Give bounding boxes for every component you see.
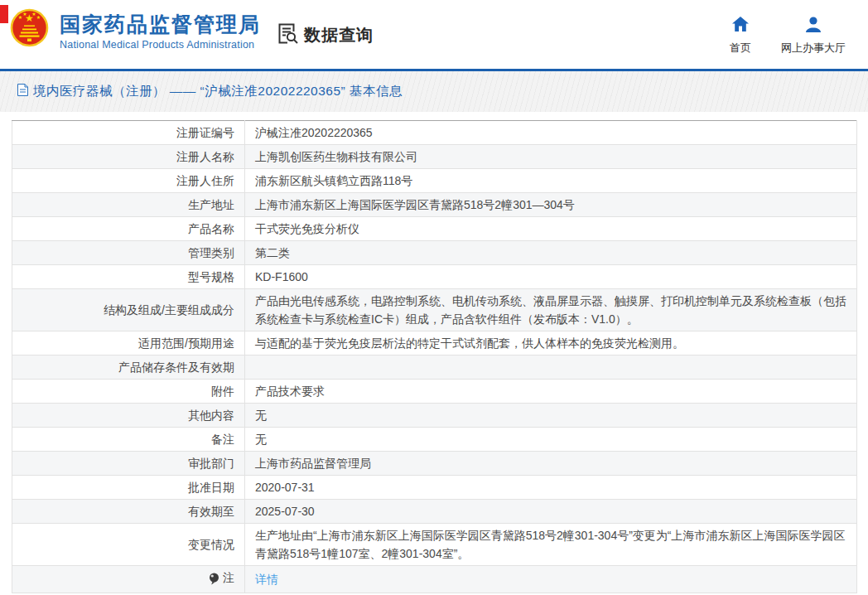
row-value: 与适配的基于荧光免疫层析法的特定干式试剂配套，供人体样本的免疫荧光检测用。 <box>245 331 857 356</box>
row-value: 干式荧光免疫分析仪 <box>245 217 857 241</box>
row-value: 上海市药品监督管理局 <box>245 452 857 476</box>
nav-home[interactable]: 首页 <box>717 17 764 56</box>
row-value: 上海凯创医药生物科技有限公司 <box>245 145 857 169</box>
data-query-icon <box>277 22 299 48</box>
table-row: 其他内容 无 <box>12 404 857 428</box>
row-label: 其他内容 <box>12 404 245 428</box>
row-label: 批准日期 <box>12 476 245 500</box>
detail-link[interactable]: 详情 <box>255 573 278 586</box>
table-row: 生产地址 上海市浦东新区上海国际医学园区青黛路518号2幢301—304号 <box>12 193 857 217</box>
table-row: 审批部门 上海市药品监督管理局 <box>12 452 857 476</box>
row-label: 管理类别 <box>12 241 245 265</box>
svg-text:★: ★ <box>36 15 41 20</box>
table-row: 注 详情 <box>12 566 857 593</box>
row-value: 生产地址由“上海市浦东新区上海国际医学园区青黛路518号2幢301-304号”变… <box>245 524 857 566</box>
nav-service-hall[interactable]: 网上办事大厅 <box>772 17 855 56</box>
row-value: 详情 <box>245 566 857 593</box>
breadcrumb-band: 境内医疗器械（注册） —— “沪械注准20202220365” 基本信息 <box>0 71 868 112</box>
home-icon <box>732 17 749 32</box>
national-emblem-icon: ★ ★ ★ ★ ★ <box>10 7 49 51</box>
table-row: 批准日期 2020-07-31 <box>12 476 857 500</box>
red-corner-marker <box>0 5 8 23</box>
row-value: 沪械注准20202220365 <box>245 121 857 145</box>
row-value <box>245 356 857 380</box>
row-label: 产品储存条件及有效期 <box>12 356 245 380</box>
row-value: 2020-07-31 <box>245 476 857 500</box>
row-label: 结构及组成/主要组成成分 <box>12 289 245 331</box>
row-value: 产品由光电传感系统，电路控制系统、电机传动系统、液晶屏显示器、触摸屏、打印机控制… <box>245 289 857 331</box>
org-name-en: National Medical Products Administration <box>60 39 261 51</box>
page-title: 境内医疗器械（注册） —— “沪械注准20202220365” 基本信息 <box>33 83 403 100</box>
row-label: 有效期至 <box>12 500 245 524</box>
site-header: ★ ★ ★ ★ ★ 国家药品监督管理局 National Medical Pro… <box>0 0 868 71</box>
nav-service-hall-label: 网上办事大厅 <box>772 41 855 56</box>
row-label: 注册人名称 <box>12 145 245 169</box>
table-row: 变更情况 生产地址由“上海市浦东新区上海国际医学园区青黛路518号2幢301-3… <box>12 524 857 566</box>
org-name-cn: 国家药品监督管理局 <box>60 12 261 36</box>
row-value: 无 <box>245 428 857 452</box>
user-icon <box>805 17 822 32</box>
row-value: 第二类 <box>245 241 857 265</box>
info-table: 注册证编号 沪械注准20202220365 注册人名称 上海凯创医药生物科技有限… <box>12 120 857 593</box>
table-row: 适用范围/预期用途 与适配的基于荧光免疫层析法的特定干式试剂配套，供人体样本的免… <box>12 331 857 356</box>
row-value: 2025-07-30 <box>245 500 857 524</box>
document-icon <box>17 84 28 99</box>
table-row: 结构及组成/主要组成成分 产品由光电传感系统，电路控制系统、电机传动系统、液晶屏… <box>12 289 857 331</box>
table-row: 附件 产品技术要求 <box>12 380 857 404</box>
row-label: 生产地址 <box>12 193 245 217</box>
row-value: 无 <box>245 404 857 428</box>
info-table-wrap: 注册证编号 沪械注准20202220365 注册人名称 上海凯创医药生物科技有限… <box>12 120 856 593</box>
data-query-title: 数据查询 <box>304 24 374 46</box>
table-row: 产品储存条件及有效期 <box>12 356 857 380</box>
row-value: KD-F1600 <box>245 265 857 289</box>
row-label: 注册证编号 <box>12 121 245 145</box>
org-title-block: 国家药品监督管理局 National Medical Products Admi… <box>60 12 261 51</box>
row-label: 备注 <box>12 428 245 452</box>
data-query-section[interactable]: 数据查询 <box>277 22 374 48</box>
table-row: 注册人住所 浦东新区航头镇鹤立西路118号 <box>12 169 857 193</box>
table-row: 注册证编号 沪械注准20202220365 <box>12 121 857 145</box>
row-label: 附件 <box>12 380 245 404</box>
table-row: 有效期至 2025-07-30 <box>12 500 857 524</box>
row-value: 上海市浦东新区上海国际医学园区青黛路518号2幢301—304号 <box>245 193 857 217</box>
breadcrumb: 境内医疗器械（注册） —— “沪械注准20202220365” 基本信息 <box>0 83 403 100</box>
row-value: 产品技术要求 <box>245 380 857 404</box>
table-row: 注册人名称 上海凯创医药生物科技有限公司 <box>12 145 857 169</box>
row-label: 适用范围/预期用途 <box>12 331 245 356</box>
row-label: 注 <box>223 568 234 587</box>
row-label: 型号规格 <box>12 265 245 289</box>
note-balloon-icon <box>209 572 219 584</box>
row-label: 产品名称 <box>12 217 245 241</box>
table-row: 型号规格 KD-F1600 <box>12 265 857 289</box>
row-label-note: 注 <box>12 566 245 593</box>
table-row: 备注 无 <box>12 428 857 452</box>
row-label: 审批部门 <box>12 452 245 476</box>
table-row: 管理类别 第二类 <box>12 241 857 265</box>
nav-home-label: 首页 <box>717 41 764 56</box>
row-label: 注册人住所 <box>12 169 245 193</box>
row-value: 浦东新区航头镇鹤立西路118号 <box>245 169 857 193</box>
row-label: 变更情况 <box>12 524 245 566</box>
table-row: 产品名称 干式荧光免疫分析仪 <box>12 217 857 241</box>
svg-text:★: ★ <box>22 12 27 17</box>
